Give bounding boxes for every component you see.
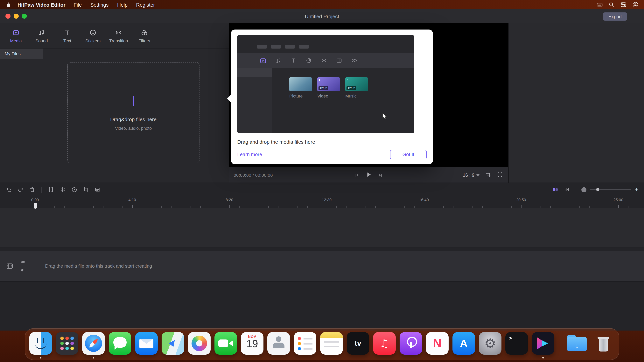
split-icon[interactable]: [48, 186, 54, 193]
dock-appstore-icon[interactable]: A: [452, 332, 475, 355]
dock-news-icon[interactable]: N: [426, 332, 448, 355]
timeline-toolbar: +: [0, 182, 644, 196]
dock-safari-icon[interactable]: [82, 332, 105, 355]
mini-thumb-label: Music: [345, 94, 372, 98]
ruler-tick: [230, 205, 230, 208]
aspect-ratio-select[interactable]: 16 : 9: [463, 173, 480, 178]
tab-media[interactable]: Media: [4, 28, 28, 43]
zoom-in-button[interactable]: +: [635, 186, 638, 193]
control-center-icon[interactable]: [620, 1, 626, 8]
tab-transition[interactable]: Transition: [106, 28, 131, 43]
export-button[interactable]: Export: [603, 12, 627, 20]
menu-help[interactable]: Help: [113, 2, 132, 7]
tab-text[interactable]: Text: [55, 28, 79, 43]
chevron-down-icon: [476, 174, 480, 176]
text-icon: [64, 28, 71, 36]
dock-settings-icon[interactable]: ⚙: [479, 332, 502, 355]
redo-icon[interactable]: [17, 186, 24, 193]
storyboard-view-icon[interactable]: [552, 186, 558, 193]
sidebar-item-my-files[interactable]: My Files: [0, 48, 43, 59]
fit-frame-icon[interactable]: [485, 172, 491, 179]
tab-filters[interactable]: Filters: [132, 28, 156, 43]
got-it-button[interactable]: Got It: [390, 150, 426, 159]
dock-trash-icon[interactable]: [592, 332, 615, 355]
ruler-tick: [132, 205, 132, 208]
dock-podcasts-icon[interactable]: [400, 332, 422, 355]
ruler-tick: [336, 206, 337, 208]
media-dropzone[interactable]: Drag&drop files here Video, audio, photo: [67, 62, 200, 163]
cursor-icon: [382, 113, 388, 120]
dock-launchpad-icon[interactable]: [56, 332, 78, 355]
playhead[interactable]: [34, 203, 37, 324]
undo-icon[interactable]: [6, 186, 12, 193]
ruler-tick: [142, 206, 142, 208]
subtitle-icon[interactable]: [94, 186, 101, 193]
dock-messages-icon[interactable]: [109, 332, 131, 355]
ruler-tick: [45, 206, 45, 208]
menu-app-name[interactable]: HitPaw Video Editor: [18, 2, 66, 7]
time-display: 00:00:00 / 00:00:00: [234, 168, 273, 183]
dock-facetime-icon[interactable]: [214, 332, 237, 355]
video-track[interactable]: Drag the media file onto this track and …: [0, 250, 644, 282]
ruler-tick: [162, 206, 162, 208]
menu-file[interactable]: File: [70, 2, 86, 7]
ruler-tick: [54, 206, 55, 208]
next-frame-button[interactable]: [378, 173, 383, 178]
play-button[interactable]: [365, 171, 372, 179]
properties-panel: [508, 23, 644, 182]
dock-reminders-icon[interactable]: [294, 332, 316, 355]
window-skeleton-pills: [257, 45, 309, 48]
ruler-tick: [608, 206, 609, 208]
dock-music-icon[interactable]: ♫: [373, 332, 396, 355]
crop-icon[interactable]: [82, 186, 89, 193]
zoom-out-button[interactable]: [582, 187, 586, 192]
ruler-label: 12:30: [322, 198, 332, 202]
dock-notes-icon[interactable]: [320, 332, 343, 355]
dock-photos-icon[interactable]: [188, 332, 210, 355]
user-account-icon[interactable]: [632, 1, 638, 8]
speed-icon[interactable]: [71, 186, 78, 193]
ruler-tick: [385, 206, 386, 208]
dock-terminal-icon[interactable]: >_: [505, 332, 528, 355]
apple-menu-icon[interactable]: [6, 2, 11, 7]
ruler-label: 20:50: [516, 198, 526, 202]
dock-mail-icon[interactable]: [135, 332, 158, 355]
dock-tv-icon[interactable]: tv: [347, 332, 369, 355]
ruler-tick: [113, 206, 113, 208]
running-indicator-dot: [542, 357, 544, 359]
tab-sound[interactable]: Sound: [30, 28, 54, 43]
ruler-tick: [84, 206, 84, 208]
spotlight-search-icon[interactable]: [608, 2, 614, 7]
dock-maps-icon[interactable]: [162, 332, 184, 355]
zoom-slider-handle[interactable]: [596, 188, 599, 191]
screen: HitPaw Video Editor File Settings Help R…: [0, 0, 644, 362]
fullscreen-icon[interactable]: [497, 172, 503, 179]
tab-stickers[interactable]: Stickers: [81, 28, 105, 43]
menu-register[interactable]: Register: [132, 2, 159, 7]
delete-icon[interactable]: [29, 186, 36, 193]
timeline-ruler[interactable]: 0:004:108:2012:3016:4020:5025:00: [0, 196, 644, 208]
dock-hitpaw-icon[interactable]: [532, 332, 554, 355]
waveform-view-icon[interactable]: [564, 186, 570, 193]
menu-settings[interactable]: Settings: [86, 2, 113, 7]
previous-frame-button[interactable]: [354, 173, 360, 178]
playhead-line: [35, 203, 36, 324]
dock-contacts-icon[interactable]: [267, 332, 290, 355]
ruler-tick: [618, 205, 619, 208]
zoom-slider[interactable]: [590, 189, 631, 190]
ruler-tick: [346, 206, 346, 208]
dock-downloads-icon[interactable]: ↓: [566, 332, 588, 355]
track-visibility-toggle[interactable]: [20, 259, 26, 264]
track-mute-toggle[interactable]: [20, 268, 26, 272]
tab-label: Filters: [138, 38, 150, 43]
dock-separator: [560, 333, 560, 354]
dropzone-subtitle: Video, audio, photo: [115, 126, 152, 131]
ruler-label: 16:40: [419, 198, 429, 202]
dock-calendar-icon[interactable]: NOV19: [241, 332, 264, 355]
learn-more-link[interactable]: Learn more: [237, 152, 262, 157]
dock-finder-icon[interactable]: [29, 332, 52, 355]
mini-media-icon: [260, 57, 266, 64]
dock: NOV19tv♫NA⚙>_↓: [25, 328, 619, 360]
keyboard-icon[interactable]: [596, 1, 603, 8]
keyframe-icon[interactable]: [59, 186, 66, 193]
